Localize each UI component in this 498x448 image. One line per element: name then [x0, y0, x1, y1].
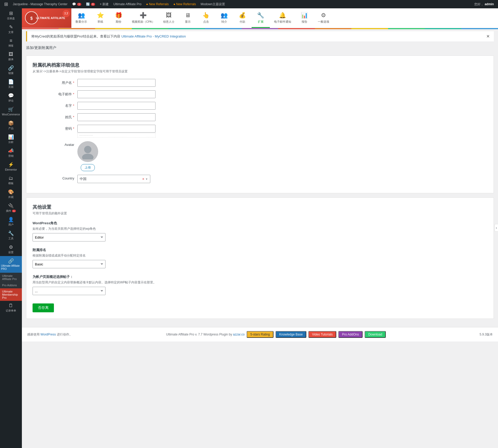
plugin-topbar: $ 7.7 ULTIMATE AFFILIATE 👥 数量分示: [22, 8, 498, 28]
sidebar-collapse-handle[interactable]: ›: [495, 224, 498, 232]
nav-extend[interactable]: 🔧 扩展: [252, 8, 270, 28]
password-input[interactable]: [77, 125, 155, 133]
post-select-desc: 用当款型用户的自定义内容替换概还项卡默认内容。选择特定的WP帖子内容显示在那里。: [33, 280, 487, 285]
tab-color-bar: [22, 28, 498, 29]
username-required: *: [73, 81, 74, 85]
adminbar-referrals[interactable]: ● New Referrals: [171, 0, 198, 8]
sidebar-item-templates[interactable]: 🗂 模板: [0, 173, 22, 187]
adminbar-site[interactable]: Jacqueline - Massage Theraphy Center: [11, 0, 70, 8]
sidebar-item-users[interactable]: 👤 用户: [0, 215, 22, 228]
country-select-container[interactable]: 中国 × ▼: [77, 175, 150, 183]
video-tutorials-button[interactable]: Video Tutorials: [308, 331, 336, 338]
ump-label: Ultimate Membership Pro: [2, 290, 18, 299]
dashboard-icon: ⊞: [9, 10, 13, 16]
password-required: *: [73, 127, 74, 130]
adminbar-greeting[interactable]: 您好， admin: [472, 0, 496, 8]
sidebar-item-plugins[interactable]: 🔌 插件 1: [0, 201, 22, 215]
adminbar-modown[interactable]: Modown主题设置: [198, 0, 227, 8]
save-section: 否存离: [33, 301, 487, 312]
save-button[interactable]: 否存离: [33, 303, 54, 312]
wp-role-select[interactable]: Editor: [33, 233, 105, 241]
sidebar-item-uap[interactable]: 🔗 Ultimate Affiliate PRO: [0, 256, 22, 273]
sidebar-sub-pro-addons[interactable]: Pro Addons: [0, 282, 22, 288]
sidebar-label-products: 产品: [8, 127, 14, 130]
firstname-required: *: [73, 104, 74, 108]
nav-referrals[interactable]: 👥 转介: [215, 8, 233, 28]
notice-close-button[interactable]: ✕: [486, 34, 490, 39]
sidebar-item-blog[interactable]: ≡ 博客: [0, 36, 22, 49]
woocommerce-icon: 🛒: [8, 107, 14, 112]
sidebar-item-comments[interactable]: 💬 评论: [0, 91, 22, 104]
plugin-logo: $ 7.7 ULTIMATE AFFILIATE: [22, 8, 71, 28]
nav-email[interactable]: 🔔 电子邮件通知: [270, 8, 295, 28]
post-select-dropdown[interactable]: ...: [33, 287, 105, 295]
adminbar-comments[interactable]: 💬 1: [70, 0, 83, 8]
firstname-row: 名字 *: [33, 102, 487, 110]
sidebar-item-woocommerce[interactable]: 🛒 WooCommerce: [0, 104, 22, 118]
sidebar-item-appearance[interactable]: 🎨 外观: [0, 187, 22, 201]
avatar-row: Avatar 上传: [33, 141, 487, 171]
nav-setup[interactable]: ⭐ 草稿: [91, 8, 109, 28]
sidebar-sub-ump[interactable]: Ultimate Membership Pro: [0, 288, 22, 301]
sidebar-item-records[interactable]: 🗒 记录单单: [0, 301, 22, 314]
nav-display[interactable]: 🖥 显示: [179, 8, 197, 28]
page-footer: 感谢使用 WordPress 进行创作。 Ultimate Affiliate …: [22, 327, 498, 341]
wp-logo-icon[interactable]: ⊞: [2, 1, 10, 7]
upload-avatar-button[interactable]: 上传: [81, 164, 95, 171]
email-row: 电子邮件 *: [33, 90, 487, 98]
wp-role-title: WordPress角色: [33, 221, 487, 226]
analytics-icon: 📊: [8, 134, 14, 140]
users-icon: 👤: [8, 217, 14, 222]
sidebar-label-records: 记录单单: [6, 309, 16, 312]
username-input[interactable]: [77, 79, 155, 87]
sidebar-item-pages[interactable]: 📄 页面: [0, 77, 22, 91]
email-input[interactable]: [77, 90, 155, 98]
adminbar-plugin[interactable]: Ultimate Affiliate Pro: [111, 0, 144, 8]
wordpress-link[interactable]: WordPress: [40, 333, 56, 336]
pro-addons-button[interactable]: Pro AddOns: [338, 331, 363, 338]
sidebar-item-elementor[interactable]: ⚡ Elementor: [0, 160, 22, 173]
svg-point-3: [82, 154, 94, 159]
pro-addons-label: Pro Addons: [2, 284, 17, 287]
nav-payment[interactable]: 💰 付款: [233, 8, 252, 28]
author-link[interactable]: azzar.co: [233, 333, 245, 336]
nav-rewards[interactable]: 🎁 期份: [109, 8, 128, 28]
nav-cpa[interactable]: ➕ 视频奖励（CPA）: [128, 8, 159, 28]
stars-rating-button[interactable]: 5-stars Rating: [247, 331, 273, 338]
notice-text: 将MyCred的奖励系统与极联盟Pro!结合起来。查看以下内容 Ultimate…: [31, 34, 186, 39]
country-value: 中国: [80, 177, 141, 181]
sidebar-sub-uap[interactable]: Ultimate Affiliate Pro: [0, 273, 22, 282]
nav-affiliates[interactable]: 👥 数量分示: [71, 8, 91, 28]
lastname-input[interactable]: [77, 113, 155, 121]
firstname-input[interactable]: [77, 102, 155, 110]
nav-click[interactable]: 👆 点击: [197, 8, 215, 28]
password-hint: ···················: [77, 133, 155, 138]
download-button[interactable]: Download: [365, 331, 386, 338]
sidebar-item-dashboard[interactable]: ⊞ 仪表盘: [0, 8, 22, 22]
nav-creatives[interactable]: 🖼 创意人士: [159, 8, 179, 28]
adminbar-updates[interactable]: 🔄 6: [84, 0, 97, 8]
notice-link[interactable]: Ultimate Affiliate Pro - MyCRED Integrat…: [121, 34, 186, 38]
sidebar-item-posts[interactable]: ✎ 文章: [0, 22, 22, 36]
plugins-badge: 1: [12, 210, 16, 212]
sidebar-item-links[interactable]: 🔗 链接: [0, 63, 22, 77]
sidebar-item-tools[interactable]: 🔧 工具: [0, 228, 22, 242]
sidebar-item-marketing[interactable]: 📣 营销: [0, 146, 22, 160]
country-clear-button[interactable]: ×: [142, 177, 144, 181]
sidebar-item-products[interactable]: 📦 产品: [0, 118, 22, 132]
email-required: *: [73, 92, 74, 96]
sidebar-item-settings[interactable]: ⚙ 设置: [0, 242, 22, 256]
blog-icon: ≡: [10, 38, 13, 43]
templates-icon: 🗂: [9, 176, 13, 181]
nav-addons[interactable]: ⚙ 一般选项: [314, 8, 333, 28]
knowledge-base-button[interactable]: Knowledge Base: [276, 331, 306, 338]
plugins-icon: 🔌: [8, 203, 14, 209]
display-nav-icon: 🖥: [185, 12, 191, 19]
adminbar-new[interactable]: + 新建: [98, 0, 111, 8]
email-nav-label: 电子邮件通知: [274, 20, 291, 24]
sidebar-item-analytics[interactable]: 📊 分析: [0, 132, 22, 146]
nav-reports[interactable]: 📊 报告: [295, 8, 314, 28]
affiliate-rank-select[interactable]: Basic: [33, 260, 105, 268]
sidebar-item-media[interactable]: 🖼 媒体: [0, 49, 22, 63]
adminbar-new-referrals[interactable]: ● New Referrals: [144, 0, 171, 8]
